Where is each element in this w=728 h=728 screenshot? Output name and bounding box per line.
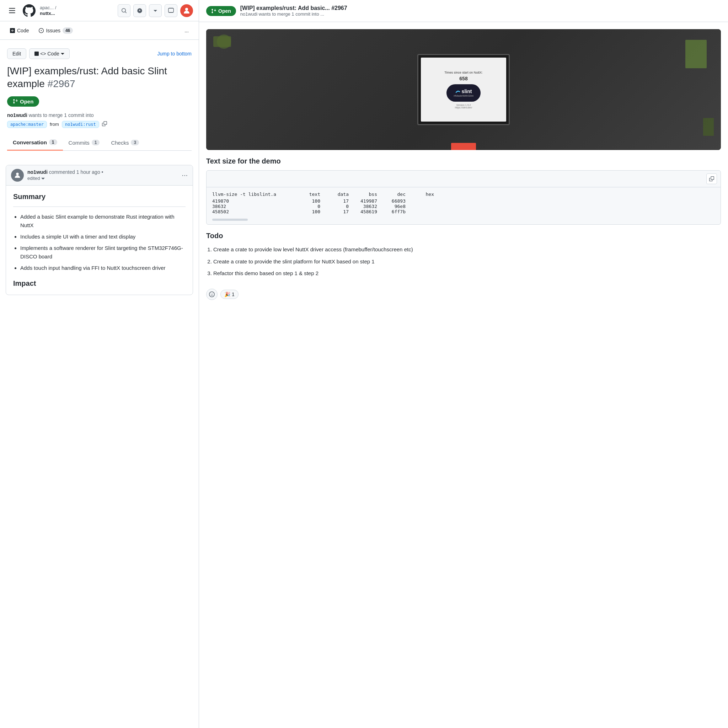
comment-box: no1wudi commented 1 hour ago • edited ··… <box>6 165 193 295</box>
board-image: Times since start on NuttX: 658 slint #M… <box>206 29 721 150</box>
copilot-icon <box>137 8 142 14</box>
edited-chevron-icon <box>41 177 45 180</box>
code-row-3: 458502 100 17 458619 6ff7b <box>212 209 715 214</box>
avatar[interactable] <box>180 4 193 17</box>
scroll-indicator <box>212 219 248 221</box>
code-r1-c3: 17 <box>326 198 355 204</box>
comment-action: commented <box>49 169 75 175</box>
comment-body: Summary Added a basic Slint example to d… <box>6 185 193 295</box>
reactions-bar: 🎉 1 <box>206 285 721 300</box>
summary-heading: Summary <box>13 193 185 201</box>
bullet-item-1: Added a basic Slint example to demonstra… <box>20 213 185 229</box>
code-r1-c1: 419870 <box>212 198 298 204</box>
slint-logo-text: slint <box>462 89 472 94</box>
tab-checks[interactable]: Checks 3 <box>105 135 145 150</box>
screen-bezel: Times since start on NuttX: 658 slint #M… <box>418 54 510 125</box>
todo-heading: Todo <box>206 232 721 240</box>
right-content: Times since start on NuttX: 658 slint #M… <box>199 22 728 307</box>
code-dropdown-button[interactable]: <> Code <box>29 48 70 59</box>
pr-status-badge: Open <box>7 96 39 107</box>
todo-list: Create a crate to provide low level Nutt… <box>206 245 721 278</box>
reaction-count: 1 <box>232 292 235 297</box>
pr-author: no1wudi <box>7 112 28 118</box>
smiley-icon <box>209 292 215 297</box>
pr-meta-text: no1wudi wants to merge 1 commit into <box>7 112 191 118</box>
tab-conversation[interactable]: Conversation 1 <box>7 135 63 151</box>
edited-label: edited <box>28 176 40 181</box>
right-status-badge: Open <box>206 6 236 16</box>
copilot-button[interactable] <box>133 4 146 17</box>
pcb-part <box>703 118 714 136</box>
comment-more-button[interactable]: ··· <box>182 171 188 179</box>
code-r3-c2: 100 <box>298 209 326 214</box>
summary-bullets: Added a basic Slint example to demonstra… <box>13 213 185 272</box>
left-panel: apac... / nuttx... <box>0 0 199 728</box>
right-pr-meta: no1wudi wants to merge 1 commit into ... <box>240 11 347 17</box>
code-r2-c2: 0 <box>298 204 326 209</box>
nav-issues[interactable]: Issues 46 <box>35 24 77 37</box>
copy-icon <box>102 121 107 126</box>
copy-code-button[interactable] <box>706 173 717 184</box>
code-col-bss-hdr: bss <box>355 191 383 197</box>
tab-conversation-label: Conversation <box>13 139 47 145</box>
todo-item-1: Create a crate to provide low level Nutt… <box>213 245 721 254</box>
breadcrumb-parent: apac... / <box>40 5 56 11</box>
search-button[interactable] <box>118 4 130 17</box>
branch-head-tag[interactable]: no1wudi:rust <box>62 121 99 128</box>
nav-more-label: ... <box>185 28 189 34</box>
tab-commits[interactable]: Commits 1 <box>63 135 106 150</box>
bullet-item-3: Implements a software renderer for Slint… <box>20 244 185 261</box>
comment-section: no1wudi commented 1 hour ago • edited ··… <box>0 159 199 301</box>
code-block: llvm-size -t libslint.a text data bss de… <box>206 170 721 225</box>
code-col-cmd: llvm-size -t libslint.a <box>212 191 298 197</box>
comment-edited-button[interactable]: edited <box>28 176 178 181</box>
nav-issues-label: Issues <box>46 28 60 34</box>
code-r3-c4: 458619 <box>355 209 383 214</box>
issues-count-badge: 46 <box>63 28 73 34</box>
code-r1-c5: 66893 <box>383 198 411 204</box>
edit-button[interactable]: Edit <box>7 48 26 59</box>
branch-base-tag[interactable]: apache:master <box>7 121 47 128</box>
bullet-item-2: Includes a simple UI with a timer and te… <box>20 232 185 241</box>
issues-icon <box>39 28 44 33</box>
pr-meta-description: wants to merge 1 commit into <box>29 112 94 118</box>
code-r1-c4: 419987 <box>355 198 383 204</box>
tab-checks-label: Checks <box>111 140 128 146</box>
breadcrumb: apac... / nuttx... <box>40 5 56 16</box>
pr-status-label: Open <box>20 98 34 104</box>
party-emoji: 🎉 <box>224 292 230 297</box>
code-r2-c3: 0 <box>326 204 355 209</box>
dropdown-button[interactable] <box>149 4 162 17</box>
code-chevron-icon <box>61 52 64 55</box>
pr-title: [WIP] examples/rust: Add basic Slint exa… <box>7 65 191 91</box>
right-panel: Open [WIP] examples/rust: Add basic... #… <box>199 0 728 728</box>
code-r1-c2: 100 <box>298 198 326 204</box>
code-col-text-hdr: text <box>298 191 326 197</box>
avatar-image <box>14 171 21 179</box>
right-pr-title: [WIP] examples/rust: Add basic... #2967 <box>240 5 347 11</box>
usb-connector <box>451 143 476 150</box>
github-logo[interactable] <box>23 4 35 17</box>
breadcrumb-child: nuttx... <box>40 11 56 16</box>
code-btn-label: <> Code <box>40 51 60 57</box>
tab-conversation-count: 1 <box>49 139 57 145</box>
tabs: Conversation 1 Commits 1 Checks 3 <box>7 135 191 151</box>
comment-header: no1wudi commented 1 hour ago • edited ··… <box>6 165 193 185</box>
hamburger-icon <box>9 7 16 14</box>
copy-branch-button[interactable] <box>102 121 107 127</box>
inbox-button[interactable] <box>165 4 177 17</box>
comment-meta: no1wudi commented 1 hour ago • <box>28 169 178 175</box>
party-reaction-button[interactable]: 🎉 1 <box>220 290 239 299</box>
jump-bottom-link[interactable]: Jump to bottom <box>158 51 192 57</box>
nav-code[interactable]: Code <box>6 25 33 36</box>
git-pull-request-icon <box>13 99 18 104</box>
nav-more-button[interactable]: ... <box>180 25 193 36</box>
pr-content: Edit <> Code Jump to bottom [WIP] exampl… <box>0 40 199 159</box>
slint-logo-box: slint #MadeWithSlint <box>447 84 480 102</box>
svg-point-0 <box>185 8 188 11</box>
impact-heading: Impact <box>13 279 185 288</box>
copy-code-icon <box>709 176 714 181</box>
add-reaction-button[interactable] <box>206 289 217 300</box>
menu-button[interactable] <box>6 4 18 17</box>
board-visual: Times since start on NuttX: 658 slint #M… <box>206 29 721 150</box>
